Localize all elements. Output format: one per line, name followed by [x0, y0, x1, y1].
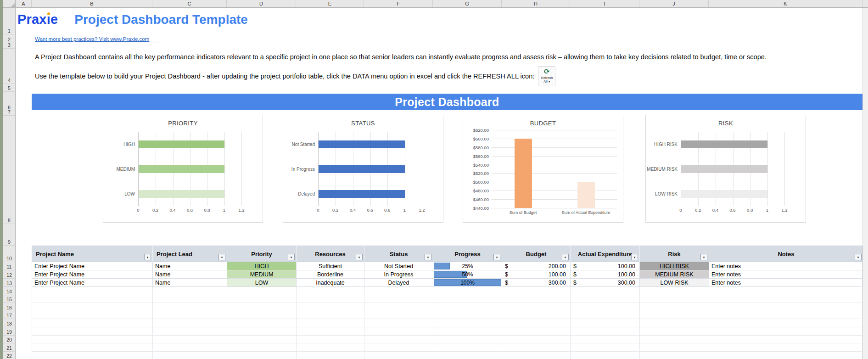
row-number-20[interactable]: 20 [3, 336, 15, 343]
sheet-cell[interactable] [32, 352, 153, 359]
sheet-cell[interactable] [433, 327, 502, 336]
sheet-cell[interactable] [227, 303, 297, 311]
notes-cell[interactable]: Enter notes [709, 279, 863, 286]
resources-cell[interactable]: Sufficient [297, 262, 364, 270]
table-header-resources[interactable]: Resources▼ [297, 246, 364, 262]
row-number-3[interactable]: 3 [3, 43, 15, 49]
column-header-a[interactable]: A [16, 0, 32, 7]
sheet-cell[interactable] [709, 311, 863, 319]
sheet-cell[interactable] [571, 287, 640, 295]
progress-cell[interactable]: 50% [433, 270, 502, 278]
sheet-cell[interactable] [297, 336, 364, 343]
row-number-19[interactable]: 19 [3, 327, 15, 336]
row-number-15[interactable]: 15 [3, 295, 15, 303]
sheet-cell[interactable] [227, 287, 297, 295]
column-header-c[interactable]: C [152, 0, 227, 7]
sheet-cell[interactable] [227, 343, 297, 352]
notes-cell[interactable]: Enter notes [709, 270, 863, 278]
project-name-cell[interactable]: Enter Project Name [32, 279, 153, 286]
row-number-10[interactable]: 10 [3, 246, 15, 262]
refresh-all-button[interactable]: ⟳ RefreshAll ▾ [538, 66, 555, 86]
sheet-cell[interactable] [709, 303, 863, 311]
select-all-corner[interactable] [3, 0, 16, 7]
budget-cell[interactable]: $200.00 [502, 262, 571, 270]
sheet-cell[interactable] [153, 311, 227, 319]
sheet-cell[interactable] [433, 336, 502, 343]
sheet-cell[interactable] [640, 327, 709, 336]
status-cell[interactable]: Not Started [364, 262, 433, 270]
sheet-cell[interactable] [433, 319, 502, 327]
budget-cell[interactable]: $300.00 [502, 279, 571, 286]
column-header-b[interactable]: B [32, 0, 152, 7]
sheet-cell[interactable] [640, 352, 709, 359]
sheet-cell[interactable] [227, 295, 297, 303]
table-header-project-lead[interactable]: Project Lead▼ [153, 246, 227, 262]
row-number-11[interactable]: 11 [3, 262, 15, 270]
sheet-cell[interactable] [297, 352, 364, 359]
sheet-cell[interactable] [709, 352, 863, 359]
sheet-cell[interactable] [32, 295, 153, 303]
sheet-cell[interactable] [227, 352, 297, 359]
row-number-8[interactable]: 8 [3, 116, 15, 224]
resources-cell[interactable]: Inadequate [297, 279, 364, 286]
sheet-cell[interactable] [502, 319, 571, 327]
status-cell[interactable]: In Progress [364, 270, 433, 278]
sheet-cell[interactable] [32, 327, 153, 336]
sheet-cell[interactable] [153, 352, 227, 359]
column-header-d[interactable]: D [227, 0, 296, 7]
filter-dropdown-button[interactable]: ▼ [562, 254, 569, 260]
sheet-cell[interactable] [433, 303, 502, 311]
sheet-cell[interactable] [502, 303, 571, 311]
project-name-cell[interactable]: Enter Project Name [32, 270, 153, 278]
row-number-16[interactable]: 16 [3, 303, 15, 311]
praxie-link[interactable]: Want more best practices? Visit www.Prax… [35, 36, 149, 42]
sheet-cell[interactable] [433, 287, 502, 295]
risk-cell[interactable]: LOW RISK [640, 279, 709, 286]
column-header-j[interactable]: J [639, 0, 709, 7]
sheet-cell[interactable] [502, 327, 571, 336]
sheet-cell[interactable] [709, 336, 863, 343]
status-cell[interactable]: Delayed [364, 279, 433, 286]
sheet-cell[interactable] [640, 287, 709, 295]
sheet-cell[interactable] [227, 327, 297, 336]
row-number-6[interactable]: 6 [3, 92, 15, 111]
actual-expenditure-cell[interactable]: $100.00 [571, 262, 640, 270]
project-lead-cell[interactable]: Name [153, 279, 227, 286]
sheet-cell[interactable] [709, 327, 863, 336]
sheet-cell[interactable] [571, 311, 640, 319]
table-header-progress[interactable]: Progress▼ [433, 246, 502, 262]
sheet-cell[interactable] [364, 336, 433, 343]
sheet-cell[interactable] [571, 352, 640, 359]
budget-cell[interactable]: $100.00 [502, 270, 571, 278]
actual-expenditure-cell[interactable]: $100.00 [571, 270, 640, 278]
sheet-cell[interactable] [32, 311, 153, 319]
sheet-cell[interactable] [502, 311, 571, 319]
row-number-22[interactable]: 22 [3, 352, 15, 359]
filter-dropdown-button[interactable]: ▼ [631, 254, 638, 260]
row-number-14[interactable]: 14 [3, 287, 15, 295]
filter-dropdown-button[interactable]: ▼ [855, 254, 862, 260]
filter-dropdown-button[interactable]: ▼ [493, 254, 500, 260]
priority-cell[interactable]: HIGH [227, 262, 297, 270]
sheet-cell[interactable] [502, 336, 571, 343]
filter-dropdown-button[interactable]: ▼ [356, 254, 363, 260]
sheet-cell[interactable] [364, 295, 433, 303]
sheet-cell[interactable] [640, 303, 709, 311]
filter-dropdown-button[interactable]: ▼ [700, 254, 707, 260]
column-header-f[interactable]: F [364, 0, 433, 7]
sheet-cell[interactable] [364, 327, 433, 336]
sheet-cell[interactable] [297, 295, 364, 303]
risk-cell[interactable]: MEDIUM RISK [640, 270, 709, 278]
sheet-cell[interactable] [153, 327, 227, 336]
sheet-cell[interactable] [364, 352, 433, 359]
sheet-cell[interactable] [640, 295, 709, 303]
row-number-9[interactable]: 9 [3, 224, 15, 246]
filter-dropdown-button[interactable]: ▼ [144, 254, 151, 260]
sheet-cell[interactable] [502, 287, 571, 295]
sheet-cell[interactable] [364, 343, 433, 352]
actual-expenditure-cell[interactable]: $300.00 [571, 279, 640, 286]
project-lead-cell[interactable]: Name [153, 262, 227, 270]
sheet-cell[interactable] [433, 295, 502, 303]
sheet-cell[interactable] [227, 311, 297, 319]
row-number-5[interactable]: 5 [3, 84, 15, 92]
